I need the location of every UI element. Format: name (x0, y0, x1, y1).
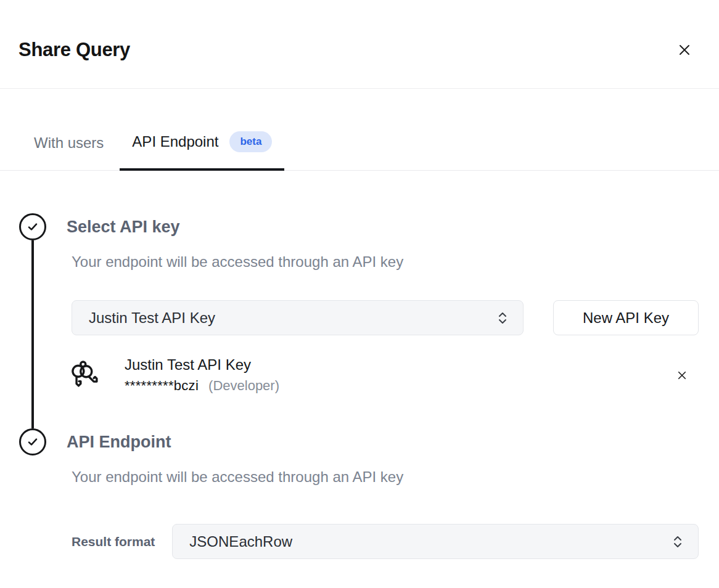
result-format-select-value: JSONEachRow (189, 533, 292, 550)
step2-content: API Endpoint Your endpoint will be acces… (67, 428, 699, 559)
close-icon (677, 43, 692, 57)
api-key-controls: Justin Test API Key New API Key (72, 300, 699, 335)
stepper: Select API key Your endpoint will be acc… (0, 171, 719, 559)
selected-key-masked-secret: *********bczi (125, 378, 199, 394)
tab-api-endpoint[interactable]: API Endpoint beta (120, 131, 284, 171)
selected-key-sub: *********bczi (Developer) (125, 378, 279, 394)
api-key-select-value: Justin Test API Key (89, 309, 215, 327)
step1-description: Your endpoint will be accessed through a… (72, 251, 699, 272)
result-format-label: Result format (72, 534, 155, 549)
step2-description: Your endpoint will be accessed through a… (72, 467, 699, 487)
step-api-endpoint: API Endpoint Your endpoint will be acces… (19, 428, 699, 559)
step2-heading: API Endpoint (67, 432, 699, 452)
step1-complete-indicator (19, 213, 46, 240)
step-select-api-key: Select API key Your endpoint will be acc… (19, 213, 699, 428)
check-icon (25, 435, 40, 449)
selected-key-row: Justin Test API Key *********bczi (Devel… (68, 356, 699, 394)
keys-icon (68, 359, 101, 392)
beta-badge: beta (229, 131, 272, 152)
modal-close-button[interactable] (675, 40, 694, 60)
share-query-modal: Share Query With users API Endpoint beta (0, 0, 719, 588)
close-icon (676, 370, 688, 381)
selected-key-role: (Developer) (208, 378, 279, 394)
api-key-select[interactable]: Justin Test API Key (72, 300, 524, 335)
chevron-up-down-icon (496, 311, 509, 325)
result-format-row: Result format JSONEachRow (72, 524, 699, 559)
step1-rail (19, 213, 46, 428)
step2-rail (19, 428, 46, 559)
step2-complete-indicator (19, 428, 46, 455)
modal-title: Share Query (18, 39, 130, 61)
tab-with-users-label: With users (34, 134, 104, 152)
new-api-key-button-label: New API Key (583, 309, 669, 327)
result-format-select[interactable]: JSONEachRow (172, 524, 699, 559)
step-connector-line (31, 240, 34, 428)
step1-content: Select API key Your endpoint will be acc… (67, 213, 699, 428)
tab-with-users[interactable]: With users (34, 134, 104, 170)
new-api-key-button[interactable]: New API Key (553, 300, 699, 335)
tab-api-endpoint-label: API Endpoint (132, 133, 218, 150)
check-icon (25, 219, 40, 234)
remove-key-button[interactable] (674, 367, 690, 383)
step1-heading: Select API key (67, 217, 699, 237)
selected-key-info: Justin Test API Key *********bczi (Devel… (125, 356, 279, 394)
tab-bar: With users API Endpoint beta (0, 89, 719, 171)
modal-header: Share Query (0, 0, 719, 89)
chevron-up-down-icon (671, 534, 684, 549)
selected-key-name: Justin Test API Key (125, 356, 279, 374)
